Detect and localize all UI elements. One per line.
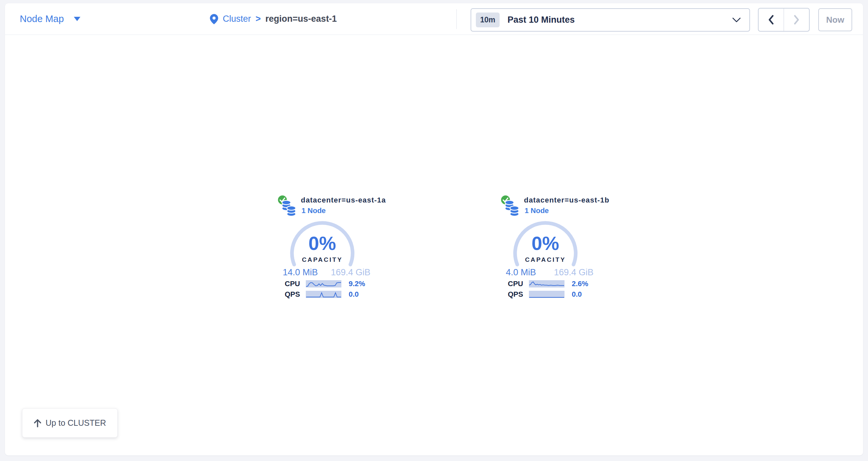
capacity-total-value: 169.4 GiB	[331, 267, 370, 277]
datacenter-title: datacenter=us-east-1b	[524, 196, 609, 204]
datacenter-node-count: 1 Node	[525, 206, 549, 215]
datacenter-card-us-east-1b[interactable]: datacenter=us-east-1b 1 Node 0% CAPACITY…	[500, 193, 609, 303]
capacity-values-row: 4.0 MiB 169.4 GiB	[506, 267, 593, 277]
capacity-used-value: 14.0 MiB	[283, 267, 318, 277]
time-step-forward-button[interactable]	[784, 8, 809, 31]
cpu-label: CPU	[285, 279, 303, 288]
datacenter-title: datacenter=us-east-1a	[301, 196, 386, 204]
chevron-down-icon	[732, 18, 741, 23]
view-selector-dropdown[interactable]: Node Map	[20, 3, 81, 35]
time-range-label: Past 10 Minutes	[507, 15, 732, 25]
capacity-gauge-label: CAPACITY	[512, 256, 579, 263]
qps-metric-row: QPS 0.0	[508, 290, 607, 299]
now-button[interactable]: Now	[818, 8, 852, 31]
qps-label: QPS	[508, 290, 526, 299]
time-range-badge: 10m	[476, 12, 500, 27]
database-icon	[281, 200, 297, 217]
time-step-back-button[interactable]	[758, 8, 784, 31]
breadcrumb: Cluster > region=us-east-1	[210, 3, 337, 35]
qps-sparkline	[529, 291, 564, 298]
time-range-dropdown[interactable]: 10m Past 10 Minutes	[471, 8, 750, 32]
capacity-gauge-label: CAPACITY	[289, 256, 355, 263]
up-to-cluster-button[interactable]: Up to CLUSTER	[22, 408, 118, 438]
database-icon	[504, 200, 520, 217]
time-stepper	[758, 8, 810, 32]
cpu-metric-row: CPU 9.2%	[285, 279, 383, 288]
cpu-sparkline	[306, 280, 341, 288]
map-area: datacenter=us-east-1a 1 Node 0% CAPACITY…	[5, 35, 863, 455]
qps-sparkline	[306, 291, 341, 298]
breadcrumb-separator: >	[256, 14, 261, 24]
arrow-up-icon	[34, 419, 41, 427]
datacenter-card-us-east-1a[interactable]: datacenter=us-east-1a 1 Node 0% CAPACITY…	[277, 193, 386, 303]
map-pin-icon	[210, 14, 218, 24]
header: Node Map Cluster > region=us-east-1 10m …	[5, 3, 863, 35]
main-panel: Node Map Cluster > region=us-east-1 10m …	[5, 3, 863, 455]
cpu-metric-row: CPU 2.6%	[508, 279, 607, 288]
view-selector-label: Node Map	[20, 13, 64, 24]
cpu-value: 2.6%	[572, 279, 588, 288]
qps-label: QPS	[285, 290, 303, 299]
breadcrumb-cluster-link[interactable]: Cluster	[223, 14, 251, 24]
chevron-left-icon	[768, 15, 774, 25]
qps-value: 0.0	[349, 290, 359, 299]
qps-metric-row: QPS 0.0	[285, 290, 383, 299]
qps-value: 0.0	[572, 290, 582, 299]
capacity-percent: 0%	[289, 234, 355, 253]
capacity-percent: 0%	[512, 234, 579, 253]
capacity-used-value: 4.0 MiB	[506, 267, 536, 277]
datacenter-node-count: 1 Node	[302, 206, 326, 215]
cpu-value: 9.2%	[349, 279, 365, 288]
capacity-values-row: 14.0 MiB 169.4 GiB	[283, 267, 370, 277]
caret-down-icon	[74, 17, 81, 21]
node-map-page: Node Map Cluster > region=us-east-1 10m …	[0, 0, 868, 461]
up-to-cluster-label: Up to CLUSTER	[45, 418, 106, 428]
breadcrumb-current: region=us-east-1	[265, 14, 337, 24]
chevron-right-icon	[794, 15, 800, 25]
capacity-total-value: 169.4 GiB	[554, 267, 593, 277]
cpu-label: CPU	[508, 279, 526, 288]
cpu-sparkline	[529, 280, 564, 288]
